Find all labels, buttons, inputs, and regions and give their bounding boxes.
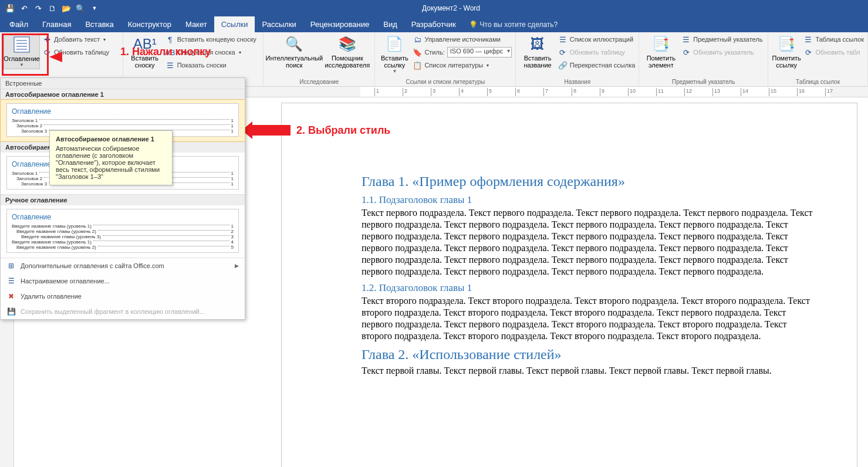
show-footnotes-button[interactable]: ☰Показать сноски [166, 59, 256, 71]
insert-index-button[interactable]: ☰Предметный указатель [681, 33, 762, 45]
save-selection-icon: 💾 [6, 307, 16, 316]
add-text-button[interactable]: ✚Добавить текст▾ [42, 33, 109, 45]
insert-toa-button[interactable]: ☰Таблица ссылок [803, 33, 864, 45]
doc-paragraph[interactable]: Текст первой главы. Текст первой главы. … [362, 365, 816, 377]
doc-paragraph[interactable]: Текст первого подраздела. Текст первого … [362, 207, 816, 278]
toc-gallery-dropdown: Встроенные Автособираемое оглавление 1 О… [0, 77, 245, 320]
svg-rect-0 [14, 37, 29, 52]
insert-endnote-button[interactable]: ¶Вставить концевую сноску [166, 33, 256, 45]
endnote-icon: ¶ [166, 35, 175, 44]
save-icon[interactable]: 💾 [4, 2, 16, 15]
group-captions-label: Названия [519, 77, 635, 86]
list-of-figures-button[interactable]: ☰Список иллюстраций [558, 33, 636, 45]
new-doc-icon[interactable]: 🗋 [46, 2, 59, 15]
tab-view[interactable]: Вид [376, 16, 404, 32]
tab-design[interactable]: Конструктор [121, 16, 178, 32]
refresh-icon: ⟳ [803, 48, 813, 57]
gallery-tooltip: Автособираемое оглавление 1 Автоматическ… [49, 130, 173, 185]
gallery-item-auto1-title: Автособираемое оглавление 1 [1, 89, 245, 100]
tab-mailings[interactable]: Рассылки [255, 16, 303, 32]
smart-lookup-button[interactable]: 🔍 Интеллектуальный поиск [267, 33, 321, 70]
toc-button[interactable]: Оглавление ▼ [4, 33, 40, 69]
dropdown-icon: ▼ [19, 62, 24, 67]
title-bar: 💾 ↶ ↷ 🗋 📂 🔍 ▼ Документ2 - Word [0, 0, 868, 16]
toc-label: Оглавление [4, 55, 39, 62]
gallery-more-from-office[interactable]: ⊞ Дополнительные оглавления с сайта Offi… [1, 258, 245, 273]
tell-me-search[interactable]: 💡 Что вы хотите сделать? [463, 16, 564, 32]
tab-insert[interactable]: Вставка [78, 16, 120, 32]
office-icon: ⊞ [6, 261, 16, 270]
bibliography-button[interactable]: 📋Список литературы▾ [413, 59, 512, 71]
citation-style-row: 🔖 Стиль: ISO 690 — цифрс [413, 46, 512, 58]
document-page[interactable]: Глава 1. «Пример оформления содержания» … [282, 103, 857, 467]
gallery-section-builtin: Встроенные [1, 78, 245, 89]
tab-review[interactable]: Рецензирование [303, 16, 376, 32]
gallery-preview: Оглавление Введите название главы (урове… [6, 209, 239, 253]
update-index-button[interactable]: ⟳Обновить указатель [681, 46, 762, 58]
undo-icon[interactable]: ↶ [18, 2, 31, 15]
window-title: Документ2 - Word [104, 4, 798, 12]
mark-entry-icon: 📑 [651, 35, 670, 53]
qat-dropdown-icon[interactable]: ▼ [88, 2, 101, 15]
doc-heading-1[interactable]: Глава 2. «Использование стилей» [362, 347, 816, 363]
gallery-remove-toc[interactable]: ✖ Удалить оглавление [1, 289, 245, 304]
mark-citation-icon: 📑 [777, 35, 796, 53]
quick-access-toolbar: 💾 ↶ ↷ 🗋 📂 🔍 ▼ [0, 2, 104, 15]
update-toc-button[interactable]: ⟳Обновить таблицу [42, 46, 109, 58]
caption-icon: 🖼 [528, 35, 547, 53]
show-notes-icon: ☰ [166, 60, 175, 70]
tooltip-title: Автособираемое оглавление 1 [56, 136, 166, 143]
gallery-item-manual-title: Ручное оглавление [1, 194, 245, 205]
refresh-icon: ⟳ [681, 48, 691, 57]
gallery-save-selection: 💾 Сохранить выделенный фрагмент в коллек… [1, 304, 245, 319]
toa-icon: ☰ [803, 35, 813, 44]
researcher-icon: 📚 [338, 35, 357, 53]
manage-sources-icon: 🗂 [413, 35, 422, 44]
style-icon: 🔖 [413, 48, 422, 57]
cross-reference-button[interactable]: 🔗Перекрестная ссылка [558, 59, 636, 71]
insert-caption-button[interactable]: 🖼 Вставить название [519, 33, 555, 70]
annotation-text-1: 1. Нажали кнопку [120, 46, 211, 58]
gallery-custom-toc[interactable]: ☰ Настраиваемое оглавление... [1, 273, 245, 289]
open-icon[interactable]: 📂 [60, 2, 73, 15]
gallery-item-manual[interactable]: Оглавление Введите название главы (урове… [1, 205, 245, 258]
mark-citation-button[interactable]: 📑 Пометить ссылку [772, 33, 801, 70]
tab-file[interactable]: Файл [2, 16, 35, 32]
doc-heading-2[interactable]: 1.2. Подзаголовок главы 1 [362, 282, 816, 294]
smart-lookup-icon: 🔍 [285, 35, 303, 53]
tab-home[interactable]: Главная [35, 16, 78, 32]
toc-icon [12, 35, 31, 54]
citation-style-select[interactable]: ISO 690 — цифрс [447, 47, 512, 57]
tooltip-body: Автоматически собираемое оглавление (с з… [56, 145, 166, 180]
update-figures-button[interactable]: ⟳Обновить таблицу [558, 46, 636, 58]
refresh-icon: ⟳ [42, 48, 52, 57]
update-toa-button[interactable]: ⟳Обновить табл [803, 46, 864, 58]
mark-index-entry-button[interactable]: 📑 Пометить элемент [643, 33, 679, 70]
redo-icon[interactable]: ↷ [32, 2, 45, 15]
remove-icon: ✖ [6, 292, 16, 301]
index-icon: ☰ [681, 35, 691, 44]
annotation-text-2: 2. Выбрали стиль [296, 124, 390, 137]
doc-heading-1[interactable]: Глава 1. «Пример оформления содержания» [362, 174, 816, 189]
add-text-icon: ✚ [42, 35, 52, 44]
tab-developer[interactable]: Разработчик [404, 16, 463, 32]
chevron-right-icon: ▶ [235, 263, 239, 269]
doc-heading-2[interactable]: 1.1. Подзаголовок главы 1 [362, 194, 816, 206]
group-citations-label: Ссылки и списки литературы [379, 77, 512, 86]
researcher-button[interactable]: 📚 Помощник исследователя [323, 33, 371, 70]
print-preview-icon[interactable]: 🔍 [74, 2, 87, 15]
tab-references[interactable]: Ссылки [214, 16, 255, 32]
doc-paragraph[interactable]: Текст второго подраздела. Текст второго … [362, 295, 816, 342]
custom-toc-icon: ☰ [6, 276, 16, 286]
ribbon-tabs: Файл Главная Вставка Конструктор Макет С… [0, 16, 868, 32]
tab-layout[interactable]: Макет [178, 16, 214, 32]
bibliography-icon: 📋 [413, 60, 422, 70]
figure-list-icon: ☰ [558, 35, 568, 44]
crossref-icon: 🔗 [558, 60, 568, 70]
tell-me-text: Что вы хотите сделать? [480, 21, 558, 29]
manage-sources-button[interactable]: 🗂Управление источниками [413, 33, 512, 45]
group-toa-label: Таблица ссылок [772, 77, 864, 86]
insert-citation-button[interactable]: 📄 Вставить ссылку ▼ [379, 33, 410, 75]
group-index-label: Предметный указатель [643, 77, 764, 86]
lightbulb-icon: 💡 [469, 21, 478, 29]
